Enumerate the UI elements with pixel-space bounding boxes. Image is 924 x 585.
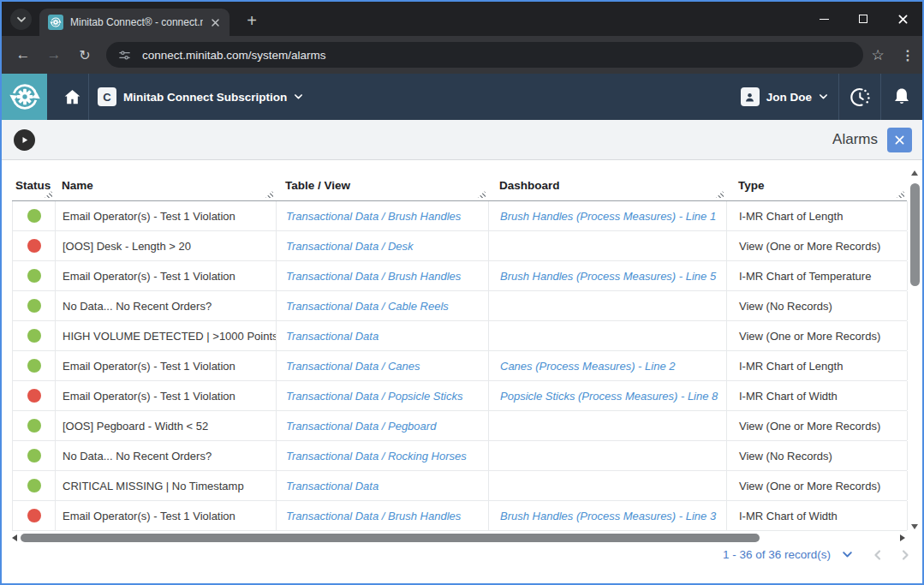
subscription-badge: C (98, 87, 116, 106)
alarm-type: View (One or More Records) (727, 471, 908, 500)
table-view-link[interactable]: Transactional Data / Popsicle Sticks (277, 381, 489, 410)
column-resize-handle[interactable] (478, 190, 486, 198)
column-resize-handle[interactable] (265, 190, 273, 198)
table-view-link[interactable]: Transactional Data / Rocking Horses (277, 441, 489, 470)
window-controls (804, 2, 922, 36)
pagination: 1 - 36 of 36 record(s) (723, 548, 909, 561)
dashboard-link[interactable] (489, 471, 727, 500)
browser-menu-icon[interactable]: ⋮ (897, 44, 918, 66)
status-cell (13, 381, 56, 410)
reload-button[interactable]: ↻ (74, 44, 96, 66)
scroll-left-arrow[interactable] (12, 534, 17, 541)
vertical-scrollbar-thumb[interactable] (910, 183, 920, 286)
bell-icon (891, 87, 912, 107)
notifications-button[interactable] (881, 74, 922, 120)
dashboard-link[interactable]: Brush Handles (Process Measures) - Line … (489, 261, 727, 290)
status-dot (27, 209, 41, 223)
scroll-right-arrow[interactable] (900, 534, 905, 541)
table-view-link[interactable]: Transactional Data / Pegboard (277, 411, 489, 440)
close-window-button[interactable] (883, 2, 922, 36)
recent-activity-button[interactable] (839, 74, 880, 120)
status-cell (13, 321, 56, 350)
table-view-link[interactable]: Transactional Data / Brush Handles (277, 501, 489, 530)
dashboard-link[interactable] (489, 441, 727, 470)
alarm-name: HIGH VOLUME DETECTED | >1000 Points (56, 321, 277, 350)
dashboard-link[interactable]: Brush Handles (Process Measures) - Line … (489, 201, 727, 230)
record-count-label[interactable]: 1 - 36 of 36 record(s) (723, 548, 831, 561)
scroll-down-arrow[interactable] (911, 524, 918, 529)
alarm-type: I-MR Chart of Length (727, 201, 908, 230)
column-header-type[interactable]: Type (726, 170, 907, 200)
table-view-link[interactable]: Transactional Data (277, 471, 489, 500)
dashboard-link[interactable] (489, 291, 727, 320)
subscription-dropdown[interactable]: C Minitab Connect Subscription (98, 87, 303, 106)
column-resize-handle[interactable] (897, 190, 904, 198)
column-header-table-view[interactable]: Table / View (276, 170, 488, 200)
new-tab-button[interactable]: + (240, 9, 264, 33)
alarm-name: Email Operator(s) - Test 1 Violation (56, 501, 277, 530)
bookmark-star-icon[interactable]: ☆ (867, 44, 889, 66)
table-view-link[interactable]: Transactional Data / Canes (277, 351, 489, 380)
dashboard-link[interactable]: Brush Handles (Process Measures) - Line … (489, 501, 727, 530)
alarm-name: [OOS] Desk - Length > 20 (56, 231, 277, 260)
maximize-button[interactable] (844, 2, 883, 36)
table-row: No Data... No Recent Orders? Transaction… (12, 291, 907, 321)
scroll-up-arrow[interactable] (911, 170, 918, 176)
minitab-connect-favicon (48, 15, 63, 30)
table-view-link[interactable]: Transactional Data / Desk (277, 231, 489, 260)
dashboard-link[interactable] (489, 411, 727, 440)
panel-close-button[interactable] (887, 128, 912, 152)
column-label: Dashboard (499, 179, 560, 192)
vertical-scrollbar[interactable] (909, 169, 921, 533)
minimize-button[interactable] (804, 2, 844, 36)
dashboard-link[interactable] (489, 231, 727, 260)
run-button[interactable] (14, 129, 35, 151)
panel-toolbar: Alarms (2, 120, 922, 160)
table-view-link[interactable]: Transactional Data (277, 321, 489, 350)
tab-close-icon[interactable] (208, 15, 223, 30)
clock-history-icon (849, 87, 871, 108)
dashboard-link[interactable]: Popsicle Sticks (Process Measures) - Lin… (489, 381, 727, 410)
chevron-left-icon (873, 549, 881, 561)
chevron-right-icon (902, 549, 909, 561)
dashboard-link[interactable] (489, 321, 727, 350)
page-size-dropdown[interactable] (842, 551, 853, 558)
tab-title: Minitab Connect® - connect.mi (70, 16, 203, 28)
table-view-link[interactable]: Transactional Data / Brush Handles (277, 201, 489, 230)
table-row: Email Operator(s) - Test 1 Violation Tra… (12, 351, 907, 381)
status-dot (27, 509, 41, 522)
horizontal-scrollbar[interactable] (12, 534, 907, 544)
status-cell (13, 411, 56, 440)
horizontal-scrollbar-thumb[interactable] (21, 534, 760, 542)
forward-button[interactable]: → (43, 44, 65, 66)
minitab-connect-logo[interactable] (2, 74, 47, 120)
user-menu[interactable]: Jon Doe (741, 87, 828, 106)
dashboard-link[interactable]: Canes (Process Measures) - Line 2 (489, 351, 727, 380)
table-view-link[interactable]: Transactional Data / Brush Handles (277, 261, 489, 290)
close-icon (894, 134, 905, 146)
column-label: Status (15, 179, 51, 192)
table-view-link[interactable]: Transactional Data / Cable Reels (277, 291, 489, 320)
site-settings-icon[interactable] (117, 48, 132, 63)
column-header-status[interactable]: Status (12, 170, 55, 200)
next-page-button[interactable] (902, 549, 909, 561)
column-header-dashboard[interactable]: Dashboard (488, 170, 726, 200)
chevron-down-icon (842, 551, 853, 558)
table-row: HIGH VOLUME DETECTED | >1000 Points Tran… (12, 321, 907, 351)
status-cell (13, 231, 56, 260)
address-bar[interactable]: connect.minitab.com/system/alarms (106, 42, 863, 68)
status-cell (13, 501, 56, 530)
browser-tab[interactable]: Minitab Connect® - connect.mi (39, 9, 230, 36)
close-icon (897, 14, 909, 25)
back-button[interactable]: ← (12, 44, 34, 66)
url-text[interactable]: connect.minitab.com/system/alarms (142, 49, 326, 62)
alarm-name: Email Operator(s) - Test 1 Violation (56, 261, 277, 290)
home-icon (63, 87, 82, 107)
home-button[interactable] (56, 74, 88, 120)
minimize-icon (820, 19, 829, 20)
alarm-type: View (One or More Records) (727, 231, 908, 260)
column-resize-handle[interactable] (716, 190, 724, 198)
column-header-name[interactable]: Name (55, 170, 276, 200)
tab-search-button[interactable] (10, 9, 32, 30)
previous-page-button[interactable] (873, 549, 881, 561)
